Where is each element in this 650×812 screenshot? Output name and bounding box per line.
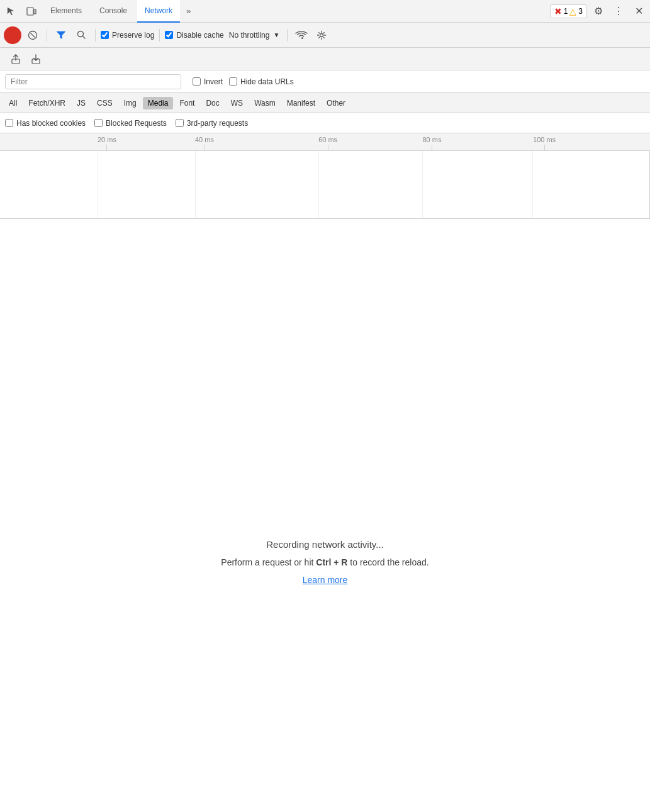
more-options-button[interactable]: ⋮: [610, 3, 627, 20]
toolbar-divider-4: [287, 29, 288, 42]
disable-cache-checkbox[interactable]: [165, 31, 173, 39]
third-party-requests-label[interactable]: 3rd-party requests: [176, 119, 248, 128]
svg-point-4: [77, 31, 83, 37]
type-filter-other[interactable]: Other: [322, 97, 350, 109]
svg-line-5: [82, 36, 85, 39]
export-har-button[interactable]: [27, 50, 45, 68]
tab-network[interactable]: Network: [137, 0, 180, 23]
extra-filter-row: Has blocked cookies Blocked Requests 3rd…: [0, 113, 650, 133]
import-har-button[interactable]: [7, 50, 25, 68]
toolbar-divider-3: [159, 29, 160, 42]
type-filter-css[interactable]: CSS: [92, 97, 118, 109]
preserve-log-checkbox[interactable]: [101, 31, 109, 39]
tab-elements[interactable]: Elements: [43, 0, 89, 23]
more-tabs-button[interactable]: »: [182, 4, 194, 18]
device-toolbar-icon[interactable]: [23, 3, 40, 20]
preserve-log-label[interactable]: Preserve log: [101, 31, 154, 40]
settings-icon-button[interactable]: ⚙: [590, 3, 607, 20]
type-filter-font[interactable]: Font: [174, 97, 199, 109]
blocked-requests-checkbox[interactable]: [94, 119, 103, 127]
toolbar-divider-2: [95, 29, 96, 42]
type-filter-img[interactable]: Img: [119, 97, 142, 109]
learn-more-link[interactable]: Learn more: [303, 575, 348, 585]
tab-console[interactable]: Console: [92, 0, 135, 23]
timeline-tick-area: 20 ms 40 ms 60 ms 80 ms 100 ms: [0, 133, 650, 151]
timeline-header: 20 ms 40 ms 60 ms 80 ms 100 ms: [0, 133, 650, 151]
has-blocked-cookies-label[interactable]: Has blocked cookies: [5, 119, 86, 128]
network-settings-button[interactable]: [313, 26, 330, 44]
type-filter-all[interactable]: All: [4, 97, 22, 109]
error-count: 1: [564, 7, 568, 16]
close-button[interactable]: ✕: [630, 3, 647, 20]
error-icon: ✖: [554, 6, 562, 16]
sub-text: Perform a request or hit Ctrl + R to rec…: [221, 557, 429, 567]
type-filter-js[interactable]: JS: [72, 97, 91, 109]
invert-label[interactable]: Invert: [193, 77, 223, 86]
toolbar-row1: Preserve log Disable cache No throttling…: [0, 23, 650, 48]
hide-data-urls-checkbox[interactable]: [229, 77, 237, 86]
type-filter-fetch-xhr[interactable]: Fetch/XHR: [23, 97, 70, 109]
cursor-icon[interactable]: [3, 3, 20, 20]
timeline-tick-100ms: 100 ms: [533, 133, 556, 151]
record-button[interactable]: [4, 26, 21, 44]
hide-data-urls-label[interactable]: Hide data URLs: [229, 77, 294, 86]
recording-text: Recording network activity...: [266, 539, 383, 550]
empty-state: Recording network activity... Perform a …: [0, 219, 650, 812]
throttle-select[interactable]: No throttling ▼: [227, 29, 283, 42]
tab-bar-right: ✖ 1 △ 3 ⚙ ⋮ ✕: [550, 3, 647, 20]
toolbar-row2: [0, 48, 650, 70]
type-filter-row: All Fetch/XHR JS CSS Img Media Font Doc …: [0, 93, 650, 113]
sub-text-prefix: Perform a request or hit: [221, 557, 316, 567]
search-icon-button[interactable]: [72, 26, 90, 44]
type-filter-ws[interactable]: WS: [226, 97, 248, 109]
svg-point-6: [320, 33, 323, 36]
tab-bar-left: Elements Console Network »: [3, 0, 549, 23]
has-blocked-cookies-checkbox[interactable]: [5, 119, 13, 127]
timeline-tick-60ms: 60 ms: [318, 133, 337, 151]
third-party-requests-checkbox[interactable]: [176, 119, 184, 127]
svg-rect-0: [27, 8, 33, 15]
error-warning-badge[interactable]: ✖ 1 △ 3: [550, 4, 587, 18]
keyboard-shortcut: Ctrl + R: [316, 557, 347, 567]
svg-line-3: [31, 33, 35, 37]
type-filter-doc[interactable]: Doc: [201, 97, 224, 109]
warning-count: 3: [578, 7, 583, 16]
main-content: Recording network activity... Perform a …: [0, 219, 650, 812]
network-conditions-icon[interactable]: [293, 26, 310, 44]
blocked-requests-label[interactable]: Blocked Requests: [94, 119, 167, 128]
filter-input[interactable]: [5, 74, 181, 89]
type-filter-media[interactable]: Media: [143, 97, 174, 109]
warning-icon: △: [569, 6, 576, 16]
disable-cache-label[interactable]: Disable cache: [165, 31, 223, 40]
timeline-chart-area: [0, 151, 650, 219]
sub-text-suffix: to record the reload.: [347, 557, 429, 567]
type-filter-wasm[interactable]: Wasm: [249, 97, 281, 109]
timeline-tick-40ms: 40 ms: [195, 133, 214, 151]
filter-row: Invert Hide data URLs: [0, 70, 650, 93]
timeline-tick-80ms: 80 ms: [422, 133, 441, 151]
toolbar-divider-1: [47, 29, 47, 42]
tab-bar: Elements Console Network » ✖ 1 △ 3 ⚙ ⋮ ✕: [0, 0, 650, 23]
throttle-dropdown-arrow: ▼: [273, 31, 279, 38]
filter-icon-button[interactable]: [52, 26, 70, 44]
clear-button[interactable]: [24, 26, 42, 44]
type-filter-manifest[interactable]: Manifest: [282, 97, 320, 109]
timeline-tick-20ms: 20 ms: [98, 133, 116, 151]
svg-rect-1: [34, 9, 36, 14]
invert-checkbox[interactable]: [193, 77, 201, 86]
